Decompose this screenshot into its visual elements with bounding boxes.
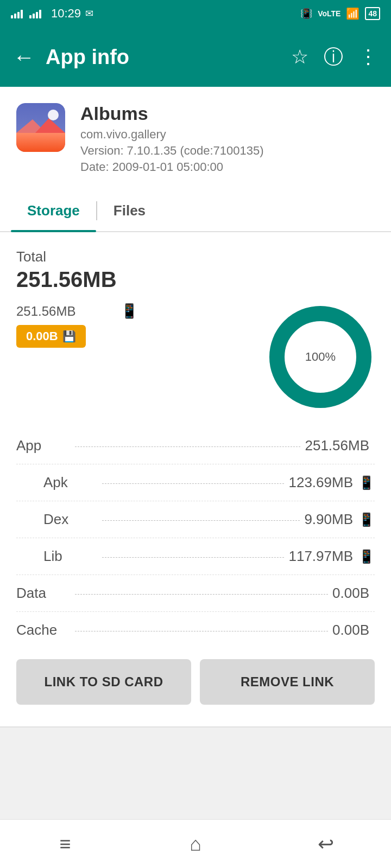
data-label: Data bbox=[16, 585, 71, 602]
apk-value: 123.69MB bbox=[288, 474, 353, 491]
storage-details: App 251.56MB Apk 123.69MB 📱 Dex 9.90MB 📱… bbox=[16, 427, 375, 648]
bottom-nav: ≡ ⌂ ↩ bbox=[0, 819, 391, 868]
svg-rect-1 bbox=[16, 133, 65, 152]
dot-separator bbox=[102, 520, 300, 521]
sd-size-badge: 0.00B 💾 bbox=[16, 325, 86, 348]
sd-card-icon: 💾 bbox=[62, 330, 76, 343]
action-buttons: LINK TO SD CARD REMOVE LINK bbox=[16, 659, 375, 710]
info-button[interactable]: ⓘ bbox=[324, 44, 343, 71]
status-right: 📳 VoLTE 📶 48 bbox=[300, 7, 380, 20]
tab-files[interactable]: Files bbox=[97, 190, 162, 231]
data-value: 0.00B bbox=[332, 585, 369, 602]
storage-visual: 251.56MB 📱 0.00B 💾 100% bbox=[16, 303, 375, 411]
cache-value: 0.00B bbox=[332, 622, 369, 639]
apk-row: Apk 123.69MB 📱 bbox=[16, 464, 375, 501]
total-size: 251.56MB bbox=[16, 267, 375, 292]
app-date: Date: 2009-01-01 05:00:00 bbox=[80, 160, 375, 174]
home-nav-button[interactable]: ⌂ bbox=[174, 828, 217, 860]
email-icon: ✉ bbox=[85, 8, 93, 20]
status-left: 10:29 ✉ bbox=[11, 7, 93, 21]
signal-icon-2 bbox=[29, 9, 41, 18]
apk-phone-icon: 📱 bbox=[358, 475, 375, 490]
dot-separator bbox=[102, 557, 284, 558]
dex-label: Dex bbox=[43, 511, 98, 528]
dot-separator bbox=[75, 631, 328, 631]
vibrate-icon: 📳 bbox=[300, 8, 312, 20]
app-version: Version: 7.10.1.35 (code:7100135) bbox=[80, 144, 375, 158]
dex-row: Dex 9.90MB 📱 bbox=[16, 501, 375, 538]
phone-storage-icon: 📱 bbox=[121, 303, 138, 320]
dot-separator bbox=[75, 446, 300, 447]
back-nav-button[interactable]: ↩ bbox=[304, 828, 348, 860]
storage-content: Total 251.56MB 251.56MB 📱 0.00B 💾 100% bbox=[0, 232, 391, 726]
internal-size-label: 251.56MB bbox=[16, 304, 114, 319]
menu-nav-button[interactable]: ≡ bbox=[43, 828, 87, 860]
sd-storage-item: 0.00B 💾 bbox=[16, 325, 255, 348]
signal-icon bbox=[11, 9, 23, 18]
home-icon: ⌂ bbox=[190, 833, 201, 856]
top-bar-icons: ☆ ⓘ ⋮ bbox=[291, 44, 378, 71]
back-button[interactable]: ← bbox=[13, 45, 35, 69]
wifi-icon: 📶 bbox=[346, 7, 360, 20]
status-bar: 10:29 ✉ 📳 VoLTE 📶 48 bbox=[0, 0, 391, 27]
lib-value: 117.97MB bbox=[288, 548, 353, 565]
tab-storage[interactable]: Storage bbox=[11, 190, 96, 231]
tabs-container: Storage Files bbox=[0, 190, 391, 232]
donut-chart: 100% bbox=[266, 303, 375, 411]
dot-separator bbox=[102, 483, 284, 484]
storage-bars: 251.56MB 📱 0.00B 💾 bbox=[16, 303, 255, 348]
app-label: App bbox=[16, 437, 71, 454]
cache-row: Cache 0.00B bbox=[16, 612, 375, 648]
body-spacer bbox=[0, 727, 391, 782]
battery-icon: 48 bbox=[365, 7, 380, 20]
dex-value: 9.90MB bbox=[304, 511, 353, 528]
app-package: com.vivo.gallery bbox=[80, 127, 375, 142]
app-value: 251.56MB bbox=[305, 437, 369, 454]
app-info-card: Albums com.vivo.gallery Version: 7.10.1.… bbox=[0, 87, 391, 190]
top-bar: ← App info ☆ ⓘ ⋮ bbox=[0, 27, 391, 87]
internal-storage-item: 251.56MB 📱 bbox=[16, 303, 255, 320]
lib-row: Lib 117.97MB 📱 bbox=[16, 538, 375, 575]
app-name: Albums bbox=[80, 103, 375, 124]
app-details: Albums com.vivo.gallery Version: 7.10.1.… bbox=[80, 103, 375, 174]
app-row: App 251.56MB bbox=[16, 427, 375, 464]
link-sd-button[interactable]: LINK TO SD CARD bbox=[16, 659, 191, 705]
remove-link-button[interactable]: REMOVE LINK bbox=[200, 659, 375, 705]
page-title: App info bbox=[46, 46, 280, 69]
time-display: 10:29 bbox=[51, 7, 81, 21]
cache-label: Cache bbox=[16, 622, 71, 639]
lte-icon: VoLTE bbox=[318, 9, 340, 18]
dot-separator bbox=[75, 594, 328, 595]
dex-phone-icon: 📱 bbox=[358, 512, 375, 527]
app-icon bbox=[16, 103, 65, 152]
svg-point-4 bbox=[48, 110, 59, 120]
lib-label: Lib bbox=[43, 548, 98, 565]
more-button[interactable]: ⋮ bbox=[358, 46, 378, 68]
lib-phone-icon: 📱 bbox=[358, 549, 375, 564]
apk-label: Apk bbox=[43, 474, 98, 491]
data-row: Data 0.00B bbox=[16, 575, 375, 612]
back-icon: ↩ bbox=[318, 833, 334, 856]
total-label: Total bbox=[16, 248, 375, 265]
menu-icon: ≡ bbox=[59, 833, 71, 856]
donut-percent: 100% bbox=[305, 350, 336, 364]
star-button[interactable]: ☆ bbox=[291, 46, 308, 68]
